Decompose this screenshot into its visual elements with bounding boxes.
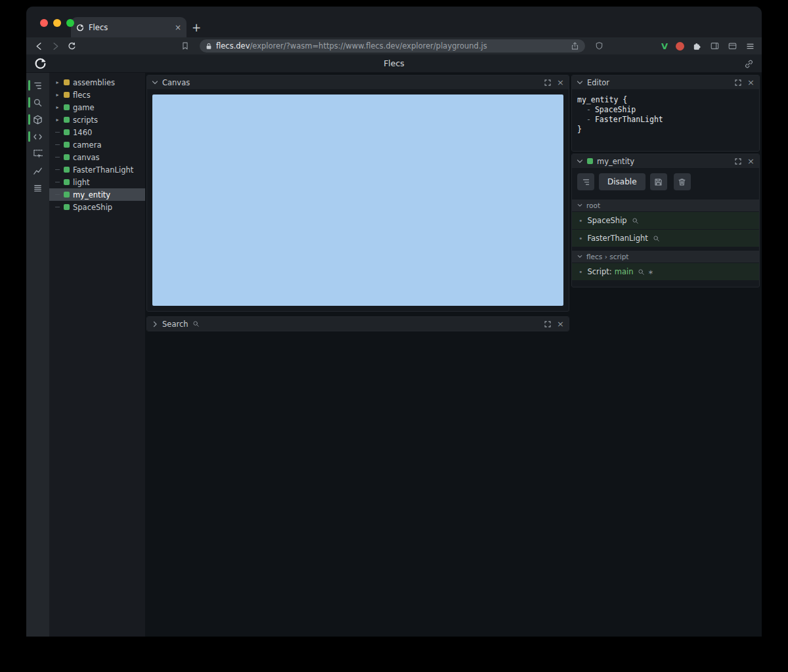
section-label: root: [586, 201, 600, 209]
tree-item-label: FasterThanLight: [73, 165, 133, 175]
url-text: flecs.dev/explorer/?wasm=https://www.fle…: [216, 41, 567, 51]
bullet-icon: •: [579, 268, 583, 276]
shield-icon[interactable]: [594, 40, 605, 52]
browser-tab[interactable]: Flecs ×: [71, 17, 186, 37]
reload-button[interactable]: [66, 40, 77, 52]
edit-script-icon[interactable]: ∗: [647, 268, 653, 276]
disable-button[interactable]: Disable: [599, 173, 646, 190]
chevron-down-icon[interactable]: [152, 79, 158, 86]
expand-icon[interactable]: [544, 79, 551, 86]
entity-color-square: [64, 79, 70, 85]
close-icon[interactable]: ×: [747, 78, 755, 87]
tree-item-assemblies[interactable]: ▸assemblies: [49, 76, 145, 89]
search-icon[interactable]: [632, 217, 639, 224]
minimize-window-button[interactable]: [53, 19, 61, 27]
chevron-down-icon: [577, 254, 582, 259]
save-button[interactable]: [650, 173, 667, 190]
code-line: -FasterThanLight: [577, 115, 754, 125]
tree-item-spaceship[interactable]: SpaceShip: [49, 201, 145, 213]
main-area: Canvas × Search: [145, 73, 571, 637]
sidebar-item-stats[interactable]: [26, 162, 49, 179]
component-row-spaceship[interactable]: • SpaceShip: [572, 212, 759, 229]
delete-button[interactable]: [674, 173, 691, 190]
component-row-fasterthanlight[interactable]: • FasterThanLight: [572, 230, 759, 247]
entity-color-square: [64, 142, 70, 148]
close-icon[interactable]: ×: [557, 320, 564, 328]
code-editor[interactable]: my_entity { -SpaceShip -FasterThanLight …: [572, 89, 759, 151]
search-panel-header[interactable]: Search ×: [147, 317, 569, 331]
extensions-puzzle-icon[interactable]: [692, 41, 702, 51]
panel-title: Search: [162, 320, 188, 329]
tree-item-flecs[interactable]: ▸flecs: [49, 89, 145, 101]
sidebar-item-search[interactable]: [26, 94, 49, 111]
chevron-right-icon: ▸: [55, 79, 60, 85]
tree-item-scripts[interactable]: ▸scripts: [49, 114, 145, 126]
section-header-root[interactable]: root: [572, 200, 759, 211]
sidebar-item-entities[interactable]: [26, 111, 49, 128]
entity-inspector-panel: my_entity × Disable: [571, 154, 760, 287]
component-name: SpaceShip: [588, 216, 627, 225]
chevron-down-icon[interactable]: [577, 79, 583, 86]
browser-window: Flecs × + flecs.dev/explorer/?wasm=http: [26, 7, 762, 637]
close-icon[interactable]: ×: [747, 157, 755, 165]
entity-color-square: [64, 204, 70, 210]
code-line: my_entity {: [577, 95, 754, 105]
entity-color-square: [587, 158, 593, 164]
menu-icon[interactable]: [745, 42, 755, 51]
forward-button[interactable]: [49, 40, 61, 52]
component-row-script[interactable]: • Script: main ∗: [572, 263, 759, 280]
panel-title: Canvas: [162, 78, 190, 87]
chevron-down-icon: [577, 203, 582, 208]
extension-red-icon[interactable]: [676, 42, 684, 51]
render-canvas[interactable]: [152, 94, 563, 306]
sidebar-item-code[interactable]: [26, 128, 49, 145]
editor-panel-header: Editor ×: [572, 75, 759, 89]
search-icon[interactable]: [638, 268, 645, 276]
wallet-icon[interactable]: [728, 41, 737, 51]
tree-item-label: 1460: [73, 128, 92, 137]
sidebar-toggle-icon[interactable]: [710, 41, 720, 51]
share-icon[interactable]: [571, 41, 579, 51]
tree-item-camera[interactable]: camera: [49, 138, 145, 151]
inspector-toolbar: Disable: [572, 168, 759, 196]
tree-line-icon: [55, 157, 60, 158]
sidebar-item-tree[interactable]: [26, 77, 49, 94]
url-bar[interactable]: flecs.dev/explorer/?wasm=https://www.fle…: [200, 39, 585, 52]
chevron-down-icon[interactable]: [577, 158, 583, 165]
extensions-area: V: [659, 41, 755, 51]
bookmark-icon[interactable]: [179, 40, 191, 52]
tree-item-label: assemblies: [73, 78, 115, 87]
sidebar-item-tables[interactable]: [26, 179, 49, 196]
chevron-right-icon[interactable]: [152, 321, 158, 327]
zoom-window-button[interactable]: [66, 19, 74, 27]
tree-item-my-entity[interactable]: my_entity: [49, 188, 145, 201]
component-name: FasterThanLight: [588, 234, 648, 243]
chevron-right-icon: ▸: [55, 92, 60, 98]
panel-title: my_entity: [597, 157, 634, 166]
expand-icon[interactable]: [735, 158, 741, 165]
chevron-right-icon: ▸: [55, 104, 60, 110]
tree-item-light[interactable]: light: [49, 176, 145, 188]
sidebar-item-query[interactable]: [26, 145, 49, 162]
tree-line-icon: [55, 207, 60, 207]
tree-view-button[interactable]: [577, 173, 594, 190]
tree-item-game[interactable]: ▸game: [49, 101, 145, 114]
new-tab-button[interactable]: +: [186, 17, 206, 37]
panel-title: Editor: [587, 78, 609, 87]
tree-item-1460[interactable]: 1460: [49, 126, 145, 138]
entity-color-square: [64, 154, 70, 160]
close-window-button[interactable]: [40, 19, 48, 27]
section-header-flecs-script[interactable]: flecs › script: [572, 251, 759, 262]
expand-icon[interactable]: [735, 79, 741, 86]
close-icon[interactable]: ×: [557, 78, 564, 87]
link-icon[interactable]: [744, 59, 754, 69]
search-icon[interactable]: [653, 235, 660, 242]
entity-color-square: [64, 117, 70, 123]
tree-item-label: SpaceShip: [73, 203, 112, 212]
back-button[interactable]: [33, 40, 45, 52]
extension-v-icon[interactable]: V: [661, 41, 668, 51]
tree-item-canvas[interactable]: canvas: [49, 151, 145, 163]
close-tab-icon[interactable]: ×: [175, 24, 181, 32]
expand-icon[interactable]: [544, 321, 551, 327]
tree-item-fasterthanlight[interactable]: FasterThanLight: [49, 163, 145, 176]
